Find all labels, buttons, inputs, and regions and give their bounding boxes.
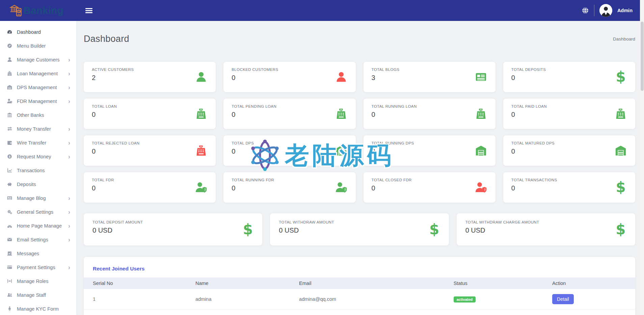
sidebar-item-manage-roles[interactable]: Manage Roles — [0, 274, 76, 288]
compass-icon — [7, 43, 12, 49]
stat-card-total-paid-loan: TOTAL PAID LOAN0 — [503, 99, 635, 129]
sidebar-item-deposits[interactable]: Deposits — [0, 177, 76, 191]
cell-status: activated — [445, 289, 543, 310]
cash-register-icon — [195, 144, 208, 157]
stat-card-value: 0 — [92, 148, 208, 155]
user-icon — [7, 57, 12, 62]
page-scrollbar[interactable] — [640, 0, 644, 315]
gears-icon — [7, 209, 12, 215]
chevron-right-icon: › — [68, 57, 70, 62]
detail-button[interactable]: Detail — [552, 294, 574, 304]
stat-card-label: TOTAL CLOSED FDR — [372, 178, 487, 182]
sidebar-item-other-banks[interactable]: Other Banks — [0, 108, 76, 122]
sidebar-item-label: Other Banks — [17, 112, 70, 118]
brand-logo[interactable]: $ Banking — [9, 0, 63, 21]
stat-card-value: 0 — [511, 74, 627, 82]
language-globe-icon[interactable] — [582, 7, 589, 14]
sidebar-item-dps-management[interactable]: DPS Management› — [0, 80, 76, 94]
sidebar-item-money-transfer[interactable]: Money Transfer› — [0, 122, 76, 136]
stat-card-value: 3 — [372, 74, 487, 82]
stat-card-total-withdraw-amount: TOTAL WITHDRAW AMOUNT0 USD$ — [270, 213, 449, 245]
sidebar-item-loan-management[interactable]: Loan Management› — [0, 67, 76, 80]
stat-card-label: TOTAL BLOGS — [372, 68, 487, 72]
cash-register-icon — [195, 107, 208, 120]
users-icon — [7, 292, 12, 298]
chevron-right-icon: › — [68, 265, 70, 270]
sidebar-item-label: Payment Settings — [17, 265, 68, 270]
stat-card-total-running-loan: TOTAL RUNNING LOAN0 — [364, 99, 495, 129]
stat-card-total-fdr: TOTAL FDR0 — [84, 172, 216, 203]
stat-card-label: TOTAL REJECTED LOAN — [92, 141, 208, 145]
stat-card-total-closed-fdr: TOTAL CLOSED FDR0 — [364, 172, 495, 203]
stat-card-total-withdraw-charge-amount: TOTAL WITHDRAW CHARGE AMOUNT0 USD$ — [457, 213, 635, 245]
sidebar-item-email-settings[interactable]: Email Settings› — [0, 233, 76, 246]
cash-register-icon — [335, 107, 348, 120]
sidebar-item-label: Email Settings — [17, 237, 68, 242]
chart-line-icon — [7, 167, 12, 173]
sidebar-item-label: Dashboard — [17, 29, 70, 35]
stat-card-total-transactions: TOTAL TRANSACTIONS0$ — [503, 172, 635, 203]
sidebar-item-manage-kyc-form[interactable]: Manage KYC Form — [0, 302, 76, 315]
table-row: 1adminaadmina@qq.comactivatedDetail — [84, 289, 635, 310]
stat-card-label: TOTAL MATURED DPS — [511, 141, 627, 145]
cell-action: Detail — [543, 289, 635, 310]
avatar[interactable] — [599, 4, 612, 17]
stat-card-total-matured-dps: TOTAL MATURED DPS0 — [503, 135, 635, 166]
stat-card-label: TOTAL DEPOSIT AMOUNT — [92, 220, 253, 224]
sidebar-item-manage-staff[interactable]: Manage Staff — [0, 288, 76, 302]
table-header-serial-no: Serial No — [84, 278, 186, 289]
stat-card-value: 0 — [232, 184, 347, 192]
sidebar-item-request-money[interactable]: $Request Money› — [0, 150, 76, 163]
money-circle-icon: $ — [7, 154, 12, 159]
warehouse-icon — [7, 84, 12, 90]
sidebar-item-home-page-manage[interactable]: Home Page Manage› — [0, 219, 76, 233]
chevron-right-icon: › — [68, 154, 70, 159]
sidebar-item-payment-settings[interactable]: Payment Settings› — [0, 260, 76, 274]
sidebar-item-general-settings[interactable]: General Settings› — [0, 205, 76, 219]
sidebar-item-manage-blog[interactable]: Manage Blog› — [0, 191, 76, 205]
stat-card-value: 0 — [372, 111, 487, 119]
wallet-icon — [7, 140, 12, 146]
sidebar-item-fdr-management[interactable]: FDR Management› — [0, 94, 76, 108]
brand-name: Banking — [24, 5, 63, 16]
bank-icon — [7, 112, 12, 118]
sidebar-item-label: Manage Roles — [17, 279, 70, 284]
scrollbar-thumb[interactable] — [641, 22, 644, 91]
warehouse-icon — [475, 144, 487, 157]
stat-card-label: TOTAL PENDING LOAN — [232, 104, 347, 108]
svg-text:$: $ — [18, 10, 20, 13]
male-icon — [7, 306, 12, 312]
user-icon — [335, 71, 348, 83]
stat-card-value: 0 — [511, 184, 627, 192]
stat-card-label: TOTAL TRANSACTIONS — [511, 178, 627, 182]
stat-card-value: 0 — [372, 184, 487, 192]
breadcrumb[interactable]: Dashboard — [613, 36, 635, 42]
stat-card-total-deposits: TOTAL DEPOSITS0$ — [503, 62, 635, 92]
stat-card-label: TOTAL RUNNING LOAN — [372, 104, 487, 108]
stat-card-label: TOTAL WITHDRAW AMOUNT — [279, 220, 440, 224]
stat-card-label: TOTAL DPS — [232, 141, 347, 145]
sidebar: DashboardMenu BuilderManage Customers›Lo… — [0, 21, 76, 315]
sidebar-item-menu-builder[interactable]: Menu Builder — [0, 39, 76, 53]
stat-card-blocked-customers: BLOCKED CUSTOMERS0 — [223, 62, 355, 92]
stat-card-label: BLOCKED CUSTOMERS — [232, 68, 347, 72]
admin-menu[interactable]: Admin — [617, 8, 633, 13]
sidebar-item-wire-transfer[interactable]: Wire Transfer› — [0, 136, 76, 150]
chevron-right-icon: › — [68, 85, 70, 90]
sidebar-item-label: Manage Customers — [17, 57, 68, 62]
sidebar-item-manage-customers[interactable]: Manage Customers› — [0, 53, 76, 67]
sidebar-item-label: DPS Management — [17, 85, 68, 90]
cell-serial: 1 — [84, 289, 186, 310]
stat-card-total-blogs: TOTAL BLOGS3 — [364, 62, 495, 92]
chevron-right-icon: › — [68, 237, 70, 242]
stat-card-value: 0 USD — [92, 227, 253, 234]
newspaper-icon — [475, 71, 487, 83]
table-header-status: Status — [445, 278, 543, 289]
sidebar-item-messages[interactable]: Messages — [0, 246, 76, 260]
chevron-right-icon: › — [68, 71, 70, 76]
stat-card-value: 0 — [232, 74, 347, 82]
sidebar-item-transactions[interactable]: Transactions — [0, 163, 76, 177]
sidebar-item-label: Deposits — [17, 182, 70, 187]
hamburger-menu-icon[interactable] — [85, 8, 92, 14]
sidebar-item-dashboard[interactable]: Dashboard — [0, 25, 76, 39]
